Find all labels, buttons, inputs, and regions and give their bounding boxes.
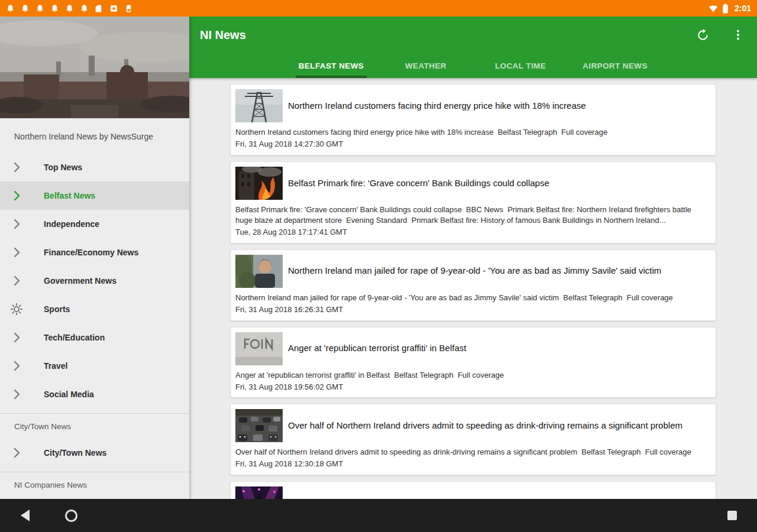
article-title: Northern Ireland man jailed for rape of … — [288, 265, 661, 277]
sidebar-item-government-news[interactable]: Government News — [0, 267, 189, 295]
article-title: Belfast Primark fire: 'Grave concern' Ba… — [288, 178, 549, 189]
sidebar-item-label: Finance/Economy News — [44, 248, 138, 257]
refresh-icon — [696, 28, 710, 42]
tab-label: WEATHER — [405, 61, 447, 70]
article-summary: Northern Ireland man jailed for rape of … — [235, 293, 710, 303]
sidebar-item-tech-education[interactable]: Tech/Education — [0, 323, 189, 352]
article-card[interactable]: Northern Ireland man jailed for rape of … — [230, 249, 716, 321]
recents-button[interactable] — [718, 499, 746, 532]
sd-card-icon — [95, 4, 103, 13]
sidebar-item-label: Top News — [44, 163, 82, 172]
drawer-app-name: Northern Ireland News by NewsSurge — [0, 118, 189, 153]
app-bar-wrap: NI News BELFAST NEWS WEATHER LOCAL TIME … — [189, 17, 757, 78]
sidebar-item-city-town-news[interactable]: City/Town News — [0, 439, 189, 467]
article-date: Fri, 31 Aug 2018 19:56:02 GMT — [235, 382, 710, 392]
overflow-menu-icon — [732, 28, 745, 41]
chevron-right-icon — [9, 446, 24, 460]
app-bar-actions — [691, 17, 750, 53]
chevron-right-icon — [9, 274, 24, 288]
chevron-right-icon — [9, 160, 24, 174]
back-icon — [21, 510, 30, 521]
article-card[interactable]: Anger at 'republican terrorist graffiti'… — [230, 327, 716, 398]
refresh-button[interactable] — [691, 23, 714, 47]
tab-belfast-news[interactable]: BELFAST NEWS — [284, 53, 378, 78]
man-portrait-photo — [235, 255, 283, 288]
status-notification-icons — [6, 4, 133, 13]
sidebar-item-label: Independence — [44, 219, 99, 229]
sidebar-item-label: Sports — [44, 304, 70, 314]
chevron-right-icon — [9, 330, 24, 345]
overflow-menu-button[interactable] — [726, 23, 750, 47]
article-summary: Over half of Northern Ireland drivers ad… — [235, 447, 710, 458]
article-summary: Belfast Primark fire: 'Grave concern' Ba… — [235, 205, 710, 226]
navigation-drawer: Northern Ireland News by NewsSurge Top N… — [0, 17, 189, 499]
sidebar-item-label: Travel — [44, 361, 67, 371]
sidebar-item-finance-economy-news[interactable]: Finance/Economy News — [0, 238, 189, 267]
sidebar-item-independence[interactable]: Independence — [0, 210, 189, 238]
bell-icon — [65, 4, 74, 13]
status-bar: 2:01 — [0, 0, 757, 17]
article-title: Over half of Northern Ireland drivers ad… — [288, 420, 682, 432]
back-button[interactable] — [11, 499, 39, 532]
tab-label: BELFAST NEWS — [299, 61, 364, 70]
page-title: NI News — [200, 28, 246, 42]
drawer-header-image — [0, 17, 189, 118]
sidebar-item-label: Tech/Education — [44, 333, 105, 342]
article-card[interactable]: Northern Ireland customers facing third … — [230, 84, 716, 155]
chevron-right-icon — [9, 359, 24, 373]
article-summary: Northern Ireland customers facing third … — [235, 127, 710, 138]
chevron-right-icon — [9, 189, 24, 203]
article-date: Fri, 31 Aug 2018 12:30:18 GMT — [235, 459, 710, 469]
gear-icon — [9, 302, 24, 316]
article-summary: Anger at 'republican terrorist graffiti'… — [235, 370, 710, 381]
concert-photo — [235, 486, 283, 499]
bell-icon — [35, 4, 44, 13]
building-fire-photo — [235, 167, 283, 200]
bell-icon — [50, 4, 59, 13]
article-card[interactable]: Belfast festivals - and why we're the ab… — [230, 481, 716, 499]
section-header-city-town-news: City/Town News — [0, 413, 189, 439]
article-card[interactable]: Over half of Northern Ireland drivers ad… — [230, 404, 716, 475]
sidebar-item-label: Social Media — [44, 390, 94, 399]
sidebar-item-sports[interactable]: Sports — [0, 295, 189, 323]
sidebar-item-label: Belfast News — [44, 191, 95, 200]
status-system-icons: 2:01 — [709, 4, 751, 14]
article-date: Fri, 31 Aug 2018 16:26:31 GMT — [235, 304, 710, 315]
electricity-pylon-photo — [235, 89, 283, 122]
tab-label: AIRPORT NEWS — [583, 61, 648, 70]
graffiti-wall-photo — [235, 332, 283, 365]
sidebar-item-belfast-news[interactable]: Belfast News — [0, 181, 189, 210]
recents-icon — [727, 511, 737, 520]
article-list: Northern Ireland customers facing third … — [189, 78, 757, 499]
home-icon — [65, 510, 77, 522]
system-navigation-bar — [0, 499, 757, 532]
article-date: Fri, 31 Aug 2018 14:27:30 GMT — [235, 139, 710, 150]
status-time: 2:01 — [735, 4, 751, 13]
wifi-icon — [709, 5, 718, 12]
sidebar-item-top-news[interactable]: Top News — [0, 153, 189, 181]
traffic-jam-photo — [235, 409, 283, 442]
tab-weather[interactable]: WEATHER — [378, 53, 473, 78]
tab-indicator — [296, 76, 367, 78]
chevron-right-icon — [9, 245, 24, 259]
sidebar-item-label: Government News — [44, 276, 117, 286]
bell-icon — [6, 4, 15, 13]
sim-card-icon — [124, 4, 133, 13]
chevron-right-icon — [9, 217, 24, 231]
sidebar-item-social-media[interactable]: Social Media — [0, 380, 189, 408]
home-button[interactable] — [57, 499, 85, 532]
sidebar-item-travel[interactable]: Travel — [0, 352, 189, 380]
main-content: NI News BELFAST NEWS WEATHER LOCAL TIME … — [189, 17, 757, 499]
tab-local-time[interactable]: LOCAL TIME — [473, 53, 568, 78]
sidebar-item-label: City/Town News — [44, 448, 106, 458]
battery-icon — [722, 4, 729, 14]
article-title: Northern Ireland customers facing third … — [288, 100, 586, 112]
tab-label: LOCAL TIME — [495, 61, 546, 70]
bell-icon — [21, 4, 30, 13]
article-card[interactable]: Belfast Primark fire: 'Grave concern' Ba… — [230, 161, 716, 244]
article-date: Tue, 28 Aug 2018 17:17:41 GMT — [235, 227, 710, 238]
tab-bar: BELFAST NEWS WEATHER LOCAL TIME AIRPORT … — [189, 53, 757, 78]
tab-airport-news[interactable]: AIRPORT NEWS — [568, 53, 662, 78]
section-header-ni-companies-news: NI Companies News — [0, 472, 189, 497]
bell-icon — [80, 4, 89, 13]
